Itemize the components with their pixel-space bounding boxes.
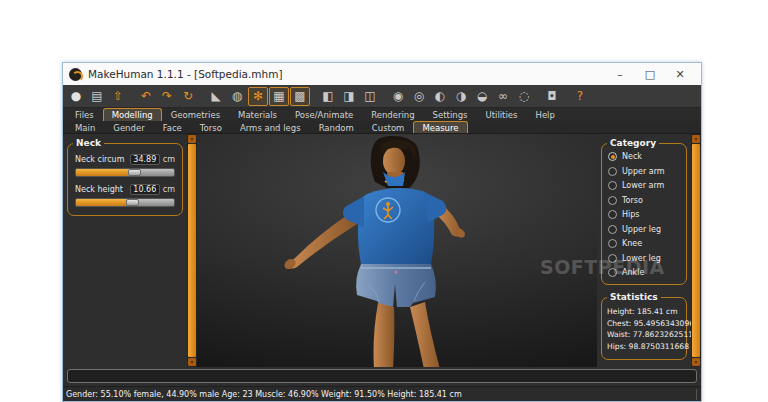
radio-selected-icon — [608, 152, 617, 161]
statistics-group-title: Statistics — [607, 292, 661, 302]
view-side-icon[interactable]: ◎ — [409, 87, 429, 106]
smooth-icon[interactable]: ◣ — [206, 87, 226, 106]
help-icon[interactable]: ? — [570, 87, 590, 106]
right-panel-scrollbar[interactable] — [691, 134, 701, 367]
neck-circum-slider-handle[interactable] — [128, 169, 141, 176]
makehuman-logo-icon — [69, 68, 82, 81]
symmetry-both-icon[interactable]: ◫ — [360, 87, 380, 106]
human-model[interactable] — [197, 134, 595, 367]
category-option-lower-arm[interactable]: Lower arm — [608, 181, 680, 190]
neck-height-slider-row: Neck height 10.66 cm — [75, 184, 175, 207]
minimize-button[interactable]: – — [605, 64, 635, 84]
subtab-custom[interactable]: Custom — [363, 121, 414, 133]
stat-waist: Waist: 77.8623262511 — [607, 329, 681, 341]
tab-help[interactable]: Help — [526, 108, 563, 121]
grid-icon[interactable]: ▦ — [269, 87, 289, 106]
mesh-icon[interactable]: ● — [66, 87, 86, 106]
category-option-hips[interactable]: Hips — [608, 210, 680, 219]
measure-settings-panel: Neck Neck circum 34.89 cm — [63, 134, 187, 367]
load-icon[interactable]: ⇧ — [108, 87, 128, 106]
neck-height-unit: cm — [163, 185, 175, 194]
symmetry-left-icon[interactable]: ◧ — [318, 87, 338, 106]
neck-circum-slider[interactable] — [75, 168, 175, 177]
menu-tab-bar: Files Modelling Geometries Materials Pos… — [63, 108, 701, 121]
save-icon[interactable]: ▤ — [87, 87, 107, 106]
scroll-up-button[interactable] — [692, 135, 700, 143]
symmetry-right-icon[interactable]: ◨ — [339, 87, 359, 106]
tab-files[interactable]: Files — [66, 108, 103, 121]
radio-icon — [608, 210, 617, 219]
neck-circum-slider-row: Neck circum 34.89 cm — [75, 154, 175, 177]
scroll-down-button[interactable] — [188, 358, 196, 366]
maximize-button[interactable]: □ — [635, 64, 665, 84]
undo-icon[interactable]: ↶ — [136, 87, 156, 106]
reset-icon[interactable]: ↻ — [178, 87, 198, 106]
subtab-main[interactable]: Main — [66, 121, 104, 133]
category-group-title: Category — [607, 138, 659, 148]
focus-icon[interactable]: ◌ — [514, 87, 534, 106]
category-option-upper-leg[interactable]: Upper leg — [608, 225, 680, 234]
statistics-group-box: Statistics Height: 185.41 cm Chest: 95.4… — [601, 297, 687, 360]
scroll-down-button[interactable] — [692, 358, 700, 366]
radio-icon — [608, 268, 617, 277]
view-top-icon[interactable]: ◐ — [430, 87, 450, 106]
radio-icon — [608, 225, 617, 234]
view-globe-icon[interactable]: ◒ — [472, 87, 492, 106]
category-option-knee[interactable]: Knee — [608, 239, 680, 248]
title-bar[interactable]: MakeHuman 1.1.1 - [Softpedia.mhm] – □ ✕ — [63, 63, 701, 85]
neck-group-box: Neck Neck circum 34.89 cm — [67, 143, 183, 216]
background-icon[interactable]: ▩ — [290, 87, 310, 106]
radio-icon — [608, 181, 617, 190]
progress-zone — [63, 367, 701, 386]
scrollbar-thumb[interactable] — [692, 144, 700, 357]
stat-hips: Hips: 98.8750311668 — [607, 341, 681, 353]
subtab-face[interactable]: Face — [154, 121, 191, 133]
tab-rendering[interactable]: Rendering — [362, 108, 423, 121]
category-option-ankle[interactable]: Ankle — [608, 268, 680, 277]
redo-icon[interactable]: ↷ — [157, 87, 177, 106]
subtab-measure[interactable]: Measure — [413, 121, 467, 133]
category-option-lower-leg[interactable]: Lower leg — [608, 254, 680, 263]
status-bar: Gender: 55.10% female, 44.90% male Age: … — [63, 386, 701, 401]
stat-height: Height: 185.41 cm — [607, 306, 681, 318]
neck-circum-unit: cm — [163, 155, 175, 164]
neck-circum-label: Neck circum — [75, 155, 130, 164]
tab-utilities[interactable]: Utilities — [476, 108, 526, 121]
tab-geometries[interactable]: Geometries — [162, 108, 229, 121]
view-back-icon[interactable]: ◑ — [451, 87, 471, 106]
neck-height-label: Neck height — [75, 185, 130, 194]
close-button[interactable]: ✕ — [665, 64, 695, 84]
radio-icon — [608, 254, 617, 263]
subtab-torso[interactable]: Torso — [191, 121, 231, 133]
subtab-gender[interactable]: Gender — [104, 121, 153, 133]
stat-chest: Chest: 95.4956343096 — [607, 318, 681, 330]
tab-settings[interactable]: Settings — [424, 108, 477, 121]
grab-screenshot-icon[interactable]: ◘ — [542, 87, 562, 106]
tab-pose-animate[interactable]: Pose/Animate — [286, 108, 362, 121]
tab-materials[interactable]: Materials — [229, 108, 286, 121]
resize-grip[interactable] — [696, 389, 699, 400]
scrollbar-thumb[interactable] — [188, 144, 196, 357]
neck-height-slider[interactable] — [75, 198, 175, 207]
wireframe-icon[interactable]: ◍ — [227, 87, 247, 106]
neck-height-value-field[interactable]: 10.66 — [130, 184, 160, 195]
main-toolbar: ● ▤ ⇧ ↶ ↷ ↻ ◣ ◍ ✻ ▦ ▩ ◧ ◨ ◫ ◉ ◎ ◐ ◑ ◒ ∞ … — [63, 85, 701, 108]
3d-viewport[interactable] — [197, 134, 597, 367]
subtab-arms-and-legs[interactable]: Arms and legs — [231, 121, 310, 133]
window-title: MakeHuman 1.1.1 - [Softpedia.mhm] — [88, 68, 283, 80]
category-option-neck[interactable]: Neck — [608, 152, 680, 161]
model-status-text: Gender: 55.10% female, 44.90% male Age: … — [66, 390, 462, 399]
tab-modelling[interactable]: Modelling — [103, 108, 162, 121]
neck-group-title: Neck — [73, 138, 104, 148]
skeleton-icon[interactable]: ✻ — [248, 87, 268, 106]
category-option-upper-arm[interactable]: Upper arm — [608, 167, 680, 176]
neck-circum-value-field[interactable]: 34.89 — [130, 154, 160, 165]
left-panel-scrollbar[interactable] — [187, 134, 197, 367]
scroll-up-button[interactable] — [188, 135, 196, 143]
neck-height-slider-handle[interactable] — [126, 199, 139, 206]
radio-icon — [608, 167, 617, 176]
view-front-icon[interactable]: ◉ — [388, 87, 408, 106]
view-pair-icon[interactable]: ∞ — [493, 87, 513, 106]
category-option-torso[interactable]: Torso — [608, 196, 680, 205]
subtab-random[interactable]: Random — [310, 121, 363, 133]
